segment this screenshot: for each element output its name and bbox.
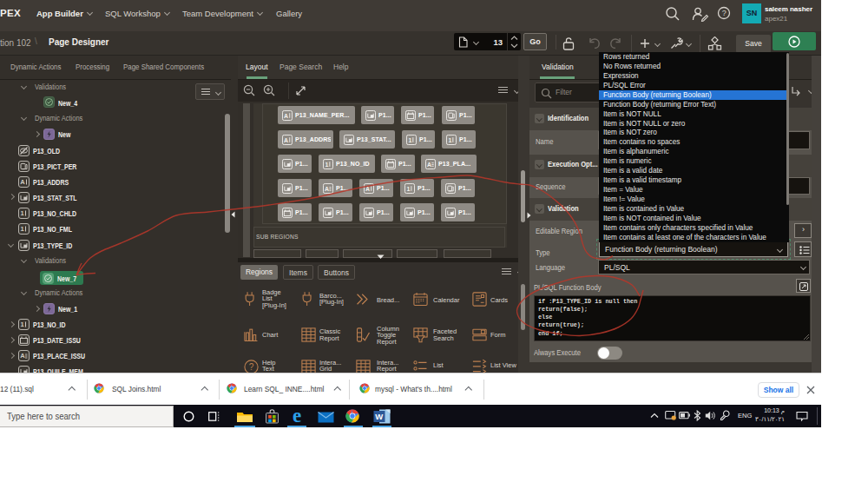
svg-text:1: 1 [408, 136, 411, 142]
svg-text:1: 1 [21, 209, 24, 217]
svg-text:?: ? [722, 9, 727, 17]
svg-text:A: A [20, 352, 25, 360]
svg-text:A: A [365, 185, 370, 191]
svg-text:1: 1 [21, 225, 24, 233]
svg-text:A: A [284, 112, 288, 118]
svg-text:?: ? [249, 362, 254, 372]
svg-text:1: 1 [21, 320, 24, 328]
svg-text:1: 1 [448, 136, 451, 142]
svg-text:1: 1 [406, 185, 410, 191]
svg-text:W: W [375, 412, 383, 421]
svg-text:1: 1 [325, 161, 328, 167]
svg-text:A: A [284, 136, 288, 142]
svg-text:A: A [20, 178, 25, 186]
svg-text:A: A [325, 185, 329, 191]
svg-text:A: A [427, 161, 431, 167]
